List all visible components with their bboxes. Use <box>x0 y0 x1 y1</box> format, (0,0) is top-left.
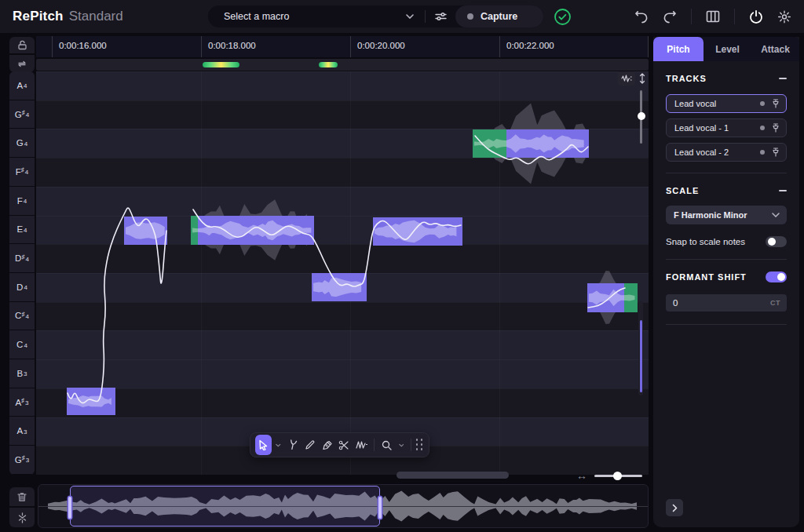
timeline-tick <box>201 36 202 57</box>
power-button[interactable] <box>744 5 768 28</box>
zoom-slider-knob[interactable] <box>613 472 622 480</box>
tracks-collapse-icon[interactable] <box>779 78 787 79</box>
horizontal-fit-icon[interactable]: ↔ <box>575 469 589 482</box>
pin-icon[interactable] <box>772 123 780 133</box>
timeline-label: 0:00:16.000 <box>59 41 107 50</box>
note-label-gs4[interactable]: G♯4 <box>9 100 35 129</box>
drift-tool-icon <box>288 439 298 450</box>
cursor-icon <box>258 439 269 450</box>
loop-button[interactable] <box>9 55 35 72</box>
zoom-tool-chevron-icon[interactable] <box>399 443 404 447</box>
scissors-tool-button[interactable] <box>336 435 352 454</box>
selection-right-handle[interactable] <box>378 497 382 519</box>
vertical-zoom-button[interactable] <box>637 71 648 86</box>
redo-button[interactable] <box>658 5 682 28</box>
macro-group: Select a macro Capture <box>208 5 543 27</box>
toolbar-drag-handle[interactable] <box>416 439 424 451</box>
note-label-e4[interactable]: E4 <box>9 216 35 245</box>
overview-selection[interactable] <box>70 486 380 527</box>
note-label-d4[interactable]: D4 <box>9 273 35 302</box>
delete-button[interactable] <box>9 487 35 507</box>
waveform-view-button[interactable] <box>618 71 635 86</box>
capture-button[interactable]: Capture <box>455 5 543 27</box>
warp-tool-button[interactable] <box>353 435 369 454</box>
horizontal-scrollbar-thumb[interactable] <box>397 472 509 479</box>
lock-button[interactable] <box>9 37 35 54</box>
note-label-b3[interactable]: B3 <box>9 359 35 388</box>
pen-nib-icon <box>322 440 332 450</box>
chevron-down-icon <box>772 213 780 217</box>
track-status-dot[interactable] <box>760 150 765 155</box>
pin-icon[interactable] <box>772 148 780 157</box>
track-item-1[interactable]: Lead vocal - 1 <box>666 118 787 137</box>
notes-canvas[interactable] <box>36 71 649 475</box>
tab-attack[interactable]: Attack <box>751 37 799 61</box>
macro-select-dropdown[interactable]: Select a macro <box>208 5 425 27</box>
settings-button[interactable] <box>773 5 796 28</box>
track-status-dot[interactable] <box>760 126 765 130</box>
scale-collapse-icon[interactable] <box>779 190 787 191</box>
power-icon <box>749 9 763 24</box>
note-label-fs4[interactable]: F♯4 <box>9 158 35 187</box>
divider <box>666 259 787 260</box>
pen-tool-button[interactable] <box>320 435 335 454</box>
formant-toggle[interactable] <box>766 271 787 282</box>
select-tool-chevron-icon[interactable] <box>276 443 281 447</box>
divider <box>411 439 411 451</box>
tab-level[interactable]: Level <box>704 37 751 61</box>
track-status-dot[interactable] <box>760 101 765 106</box>
timeline-label: 0:00:22.000 <box>506 41 554 50</box>
pencil-tool-button[interactable] <box>302 435 318 454</box>
cut-button[interactable] <box>9 508 35 527</box>
selection-left-handle[interactable] <box>68 497 71 519</box>
macro-settings-button[interactable] <box>426 5 455 27</box>
note-label-a3[interactable]: A3 <box>9 417 35 446</box>
note-label-gs3[interactable]: G♯3 <box>9 446 35 475</box>
arrows-vertical-icon <box>638 73 646 84</box>
scale-section-header: SCALE <box>666 184 787 198</box>
pitch-drift-tool-button[interactable] <box>285 435 301 454</box>
sidebar-expand-button[interactable] <box>666 499 683 516</box>
warp-icon <box>356 440 367 450</box>
level-indicator <box>319 62 338 67</box>
track-item-2[interactable]: Lead vocal - 2 <box>666 143 787 162</box>
divider <box>691 9 692 24</box>
tab-pitch[interactable]: Pitch <box>653 37 704 61</box>
vertical-zoom-knob[interactable] <box>638 112 645 120</box>
note-label-ds4[interactable]: D♯4 <box>9 244 35 273</box>
chevron-right-icon <box>672 504 678 512</box>
pitch-grid[interactable] <box>36 71 649 475</box>
note-label-g4[interactable]: G4 <box>9 129 35 158</box>
timeline-label: 0:00:20.000 <box>357 41 405 50</box>
snap-label: Snap to scale notes <box>666 237 745 246</box>
zoom-slider[interactable] <box>594 475 642 477</box>
snap-toggle[interactable] <box>766 236 787 247</box>
scale-title: SCALE <box>666 186 699 195</box>
zoom-tool-button[interactable] <box>379 435 395 454</box>
note-label-c4[interactable]: C4 <box>9 330 35 359</box>
magnifier-icon <box>382 440 392 450</box>
note-label-a4[interactable]: A4 <box>9 71 35 100</box>
loop-icon <box>16 60 27 68</box>
piano-note-labels: A4G♯4G4F♯4F4E4D♯4D4C♯4C4B3A♯3A3G♯3 <box>9 71 35 475</box>
undo-button[interactable] <box>630 5 653 28</box>
pencil-icon <box>305 440 315 450</box>
scale-dropdown[interactable]: F Harmonic Minor <box>666 206 787 224</box>
timeline-tick <box>648 36 649 57</box>
top-bar: RePitch Standard Select a macro Capture <box>0 0 804 33</box>
vertical-zoom-slider[interactable] <box>640 90 642 144</box>
layout-columns-button[interactable] <box>701 5 725 28</box>
track-item-0[interactable]: Lead vocal <box>666 94 787 113</box>
app-logo: RePitch Standard <box>13 0 123 33</box>
repitch-app: RePitch Standard Select a macro Capture <box>0 0 804 532</box>
note-label-cs4[interactable]: C♯4 <box>9 302 35 331</box>
select-tool-button[interactable] <box>255 435 272 455</box>
vertical-scrollbar-thumb[interactable] <box>640 320 643 392</box>
note-label-f4[interactable]: F4 <box>9 187 35 216</box>
note-label-as3[interactable]: A♯3 <box>9 388 35 417</box>
audio-overview-strip[interactable] <box>38 484 649 528</box>
edition-name: Standard <box>69 9 123 24</box>
timeline-ruler[interactable]: 0:00:16.0000:00:18.0000:00:20.0000:00:22… <box>36 36 649 57</box>
pin-icon[interactable] <box>772 99 780 108</box>
formant-shift-field[interactable]: 0 CT <box>666 294 787 312</box>
